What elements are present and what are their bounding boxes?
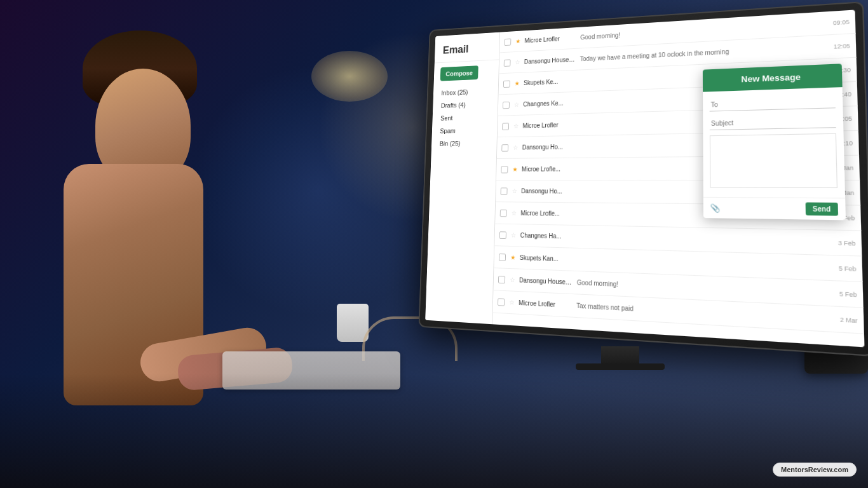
email-checkbox[interactable] bbox=[499, 254, 506, 261]
sidebar-item-spam[interactable]: Spam bbox=[432, 123, 498, 137]
email-preview: Good morning! bbox=[577, 279, 818, 297]
email-sender: Microe Lrofle... bbox=[522, 166, 575, 173]
star-icon[interactable]: ☆ bbox=[512, 144, 519, 151]
star-icon[interactable]: ☆ bbox=[510, 210, 517, 217]
sidebar-nav: Inbox (25) Drafts (4) Sent Spam Bin (25) bbox=[431, 85, 498, 150]
sidebar-item-bin[interactable]: Bin (25) bbox=[431, 136, 497, 150]
email-sender: Changnes Ha... bbox=[520, 232, 574, 240]
star-icon[interactable]: ☆ bbox=[511, 187, 518, 194]
email-sidebar: Email Compose Inbox (25) Drafts (4) Sent… bbox=[425, 32, 500, 325]
email-checkbox[interactable] bbox=[505, 38, 512, 46]
email-sender: Microe Lrofler bbox=[522, 121, 575, 129]
star-icon[interactable]: ★ bbox=[512, 166, 519, 173]
email-sender: Skupets Ke... bbox=[524, 78, 576, 86]
new-message-body bbox=[703, 87, 845, 198]
app-title: Email bbox=[435, 38, 499, 64]
new-message-dialog: New Message 📎 Send bbox=[703, 64, 846, 220]
watermark: MentorsReview.com bbox=[773, 463, 857, 477]
star-icon[interactable]: ★ bbox=[513, 80, 520, 87]
monitor-wrapper: Email Compose Inbox (25) Drafts (4) Sent… bbox=[391, 13, 849, 356]
star-icon[interactable]: ☆ bbox=[512, 123, 519, 130]
email-checkbox[interactable] bbox=[501, 144, 508, 151]
star-icon[interactable]: ☆ bbox=[508, 276, 515, 283]
email-sender: Changnes Ke... bbox=[523, 99, 576, 107]
star-icon[interactable]: ☆ bbox=[510, 232, 517, 239]
email-preview: Tax matters not paid bbox=[576, 302, 819, 323]
star-icon[interactable]: ☆ bbox=[508, 299, 515, 306]
monitor-screen: Email Compose Inbox (25) Drafts (4) Sent… bbox=[425, 10, 864, 347]
email-checkbox[interactable] bbox=[501, 166, 508, 173]
email-sender: Dansongu Housepok bbox=[519, 276, 573, 286]
email-time: 5 Feb bbox=[822, 264, 857, 273]
lamp bbox=[311, 51, 388, 102]
email-checkbox[interactable] bbox=[499, 231, 506, 239]
monitor-stand bbox=[601, 346, 639, 365]
email-sender: Dansongu Ho... bbox=[522, 144, 576, 151]
email-sender: Microe Lrofler bbox=[519, 299, 573, 309]
star-icon[interactable]: ★ bbox=[509, 254, 516, 261]
email-checkbox[interactable] bbox=[503, 101, 510, 108]
email-sender: Skupets Kan... bbox=[520, 254, 574, 263]
email-time: 2 Mar bbox=[824, 315, 858, 324]
star-icon[interactable]: ★ bbox=[514, 37, 521, 44]
email-sender: Microe Lrofler bbox=[524, 34, 576, 44]
email-checkbox[interactable] bbox=[504, 59, 511, 67]
email-sender: Microe Lrofle... bbox=[520, 210, 574, 217]
email-time: 12:05 bbox=[817, 43, 850, 51]
email-checkbox[interactable] bbox=[503, 80, 510, 88]
email-sender: Dansongu Ho... bbox=[521, 187, 574, 194]
attach-icon[interactable]: 📎 bbox=[710, 203, 720, 213]
email-checkbox[interactable] bbox=[498, 276, 505, 283]
message-body-field[interactable] bbox=[710, 133, 837, 188]
sidebar-item-sent[interactable]: Sent bbox=[432, 110, 498, 125]
email-time: 3 Feb bbox=[822, 239, 855, 247]
new-message-footer: 📎 Send bbox=[703, 197, 846, 220]
compose-button[interactable]: Compose bbox=[440, 65, 478, 81]
email-checkbox[interactable] bbox=[502, 123, 509, 130]
email-checkbox[interactable] bbox=[501, 187, 508, 194]
to-field[interactable] bbox=[710, 95, 836, 111]
subject-field[interactable] bbox=[710, 114, 836, 130]
star-icon[interactable]: ☆ bbox=[514, 59, 521, 66]
email-time: 09:05 bbox=[817, 18, 850, 27]
email-preview bbox=[577, 259, 818, 267]
email-preview: Today we have a meeting at 10 oclock in … bbox=[580, 44, 813, 62]
bottom-shadow bbox=[0, 374, 868, 488]
send-button[interactable]: Send bbox=[805, 202, 838, 215]
monitor-frame: Email Compose Inbox (25) Drafts (4) Sent… bbox=[419, 1, 868, 356]
email-sender: Dansongu Housepok bbox=[524, 56, 576, 65]
monitor-base bbox=[576, 363, 665, 370]
email-checkbox[interactable] bbox=[498, 298, 505, 306]
email-checkbox[interactable] bbox=[500, 209, 507, 217]
star-icon[interactable]: ☆ bbox=[513, 101, 520, 108]
background-scene: Email Compose Inbox (25) Drafts (4) Sent… bbox=[0, 0, 868, 488]
email-preview bbox=[578, 236, 817, 242]
email-time: 5 Feb bbox=[823, 290, 857, 298]
